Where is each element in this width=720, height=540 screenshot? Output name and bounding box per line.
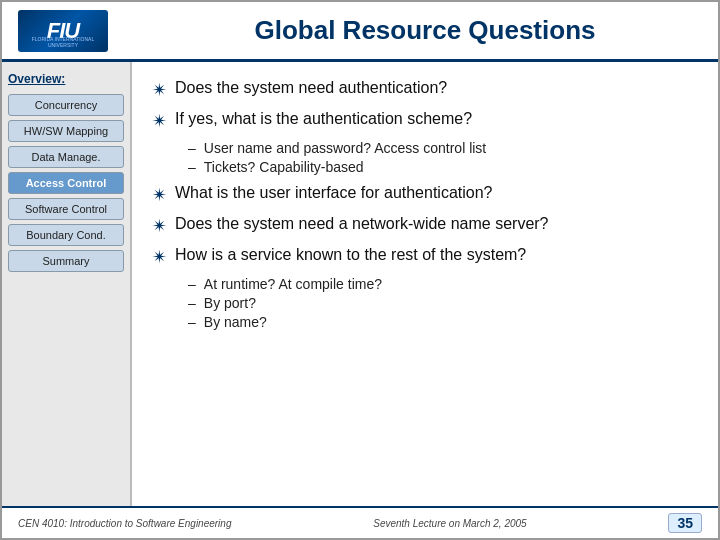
sub-bullets-2: – At runtime? At compile time? – By port… [188,276,698,330]
sub-bullet-text-1: User name and password? Access control l… [204,140,486,156]
main-bullet-3: ✴ What is the user interface for authent… [152,183,698,206]
sub-bullet-text-2: Tickets? Capability-based [204,159,364,175]
header-title: Global Resource Questions [148,15,702,46]
sub-bullet-1: – User name and password? Access control… [188,140,698,156]
sidebar-item-boundary-cond[interactable]: Boundary Cond. [8,224,124,246]
main-bullet-2: ✴ If yes, what is the authentication sch… [152,109,698,132]
footer-page: 35 [668,513,702,533]
sidebar-item-summary[interactable]: Summary [8,250,124,272]
dash-2: – [188,159,196,175]
dash-4: – [188,295,196,311]
sidebar: Overview: Concurrency HW/SW Mapping Data… [2,62,132,506]
sub-bullet-4: – By port? [188,295,698,311]
logo-area: FIU FLORIDA INTERNATIONAL UNIVERSITY [18,10,148,52]
sidebar-item-hwsw[interactable]: HW/SW Mapping [8,120,124,142]
bullet-text-3: What is the user interface for authentic… [175,183,493,204]
footer-center: Seventh Lecture on March 2, 2005 [373,518,526,529]
bullet-star-3: ✴ [152,184,167,206]
main-bullet-1: ✴ Does the system need authentication? [152,78,698,101]
main-bullet-5: ✴ How is a service known to the rest of … [152,245,698,268]
sidebar-item-access-control[interactable]: Access Control [8,172,124,194]
bullet-star-5: ✴ [152,246,167,268]
sub-bullet-5: – By name? [188,314,698,330]
main-panel: ✴ Does the system need authentication? ✴… [132,62,718,506]
sub-bullet-text-4: By port? [204,295,256,311]
bullet-text-5: How is a service known to the rest of th… [175,245,526,266]
dash-5: – [188,314,196,330]
sub-bullets-1: – User name and password? Access control… [188,140,698,175]
sidebar-label: Overview: [8,72,124,86]
bullet-text-2: If yes, what is the authentication schem… [175,109,472,130]
sub-bullet-3: – At runtime? At compile time? [188,276,698,292]
bullet-text-1: Does the system need authentication? [175,78,447,99]
sidebar-item-software-control[interactable]: Software Control [8,198,124,220]
sidebar-item-data-manage[interactable]: Data Manage. [8,146,124,168]
bullet-star-1: ✴ [152,79,167,101]
sidebar-item-concurrency[interactable]: Concurrency [8,94,124,116]
bullet-star-4: ✴ [152,215,167,237]
bullet-star-2: ✴ [152,110,167,132]
sub-bullet-text-3: At runtime? At compile time? [204,276,382,292]
dash-1: – [188,140,196,156]
main-bullet-4: ✴ Does the system need a network-wide na… [152,214,698,237]
slide-container: FIU FLORIDA INTERNATIONAL UNIVERSITY Glo… [0,0,720,540]
logo-box: FIU FLORIDA INTERNATIONAL UNIVERSITY [18,10,108,52]
content-area: Overview: Concurrency HW/SW Mapping Data… [2,62,718,506]
bullet-section: ✴ Does the system need authentication? ✴… [152,78,698,496]
footer-left: CEN 4010: Introduction to Software Engin… [18,518,231,529]
header: FIU FLORIDA INTERNATIONAL UNIVERSITY Glo… [2,2,718,62]
dash-3: – [188,276,196,292]
logo-subtitle: FLORIDA INTERNATIONAL UNIVERSITY [22,36,104,48]
sub-bullet-text-5: By name? [204,314,267,330]
sub-bullet-2: – Tickets? Capability-based [188,159,698,175]
footer: CEN 4010: Introduction to Software Engin… [2,506,718,538]
bullet-text-4: Does the system need a network-wide name… [175,214,549,235]
